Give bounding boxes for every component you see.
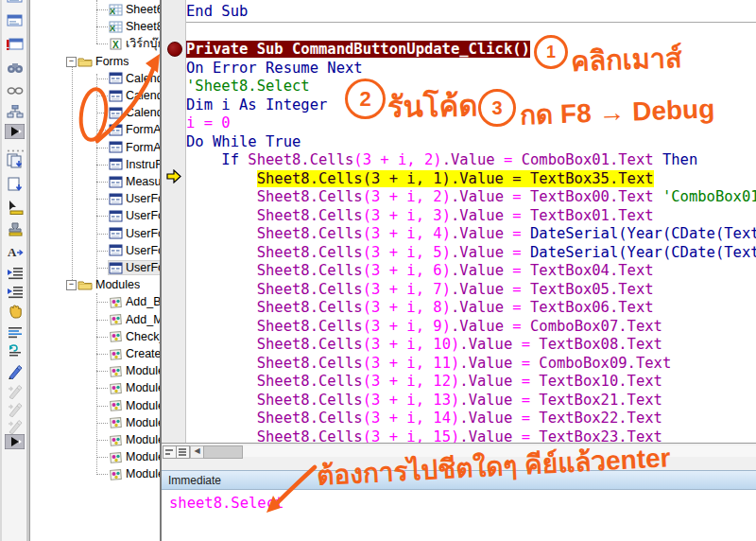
tree-item-instruforr[interactable]: InstruForr: [109, 156, 162, 173]
view-glasses-icon[interactable]: [4, 81, 26, 98]
module-icon: [109, 330, 123, 342]
collapse-panel-arrow-button[interactable]: [4, 123, 26, 140]
tree-item-userform[interactable]: UserForm: [109, 190, 162, 207]
outdent-tool-icon[interactable]: [4, 284, 26, 301]
margin-indicator-bar[interactable]: [162, 0, 186, 443]
module-icon: [109, 365, 123, 377]
hierarchy-icon[interactable]: [4, 103, 26, 120]
tree-item-label: ModuleRe: [126, 433, 162, 446]
tree-item-formaddc[interactable]: FormAddc: [109, 139, 162, 156]
tree-item-modulesh[interactable]: ModuleSh: [109, 448, 162, 465]
tree-expander-modules[interactable]: −: [66, 280, 77, 290]
tree-item-label: UserForm: [126, 244, 162, 257]
tree-item-userform[interactable]: UserForm: [109, 207, 162, 224]
tree-item-modulepro[interactable]: ModulePro: [109, 414, 162, 431]
form-icon: [109, 262, 123, 274]
tree-item-label: Create_Ta: [126, 347, 162, 360]
tree-expander-forms[interactable]: −: [66, 57, 77, 67]
tree-item-[interactable]: Xเวิร์กบุ๊กนี้: [109, 35, 162, 52]
tree-item-sheet8c[interactable]: XSheet8 (c: [109, 18, 162, 35]
indent-tool-icon[interactable]: [4, 265, 26, 282]
tree-item-sheet6in[interactable]: XSheet6 (in: [109, 1, 162, 18]
pen-tool-disabled-icon[interactable]: [4, 383, 26, 400]
hand-tool-icon[interactable]: [4, 303, 26, 320]
tree-connector-line: [96, 0, 97, 44]
full-module-view-button[interactable]: [176, 445, 190, 459]
tree-connector-stub: [96, 165, 108, 166]
tree-item-userform[interactable]: UserForm: [109, 225, 162, 242]
scroll-left-arrow[interactable]: ◀: [190, 445, 204, 459]
form-icon: [109, 176, 123, 188]
copy-pages-icon[interactable]: [4, 152, 26, 169]
collapse-panel-arrow-button-2[interactable]: [4, 433, 26, 450]
tree-item-formaddc[interactable]: FormAddc: [109, 121, 162, 138]
form-window-partial-icon[interactable]: [4, 0, 26, 6]
svg-text:X: X: [110, 24, 115, 33]
code-line: Sheet8.Cells(3 + i, 5).Value = DateSeria…: [186, 244, 756, 263]
tree-connector-stub: [96, 457, 108, 458]
tree-item-forms[interactable]: Forms: [77, 53, 129, 70]
tree-connector-stub: [96, 354, 108, 355]
module-icon: [109, 348, 123, 360]
code-line: Sheet8.Cells(3 + i, 11).Value = ComboBox…: [186, 355, 756, 374]
tree-item-label: Calendarf: [126, 106, 162, 119]
tree-connector-stub: [96, 234, 108, 235]
step1-annotation-text: คลิกเมาส์: [570, 36, 682, 83]
font-tool-icon[interactable]: A: [4, 243, 26, 260]
align-lines-icon[interactable]: [4, 323, 26, 340]
tree-item-module1[interactable]: Module1: [109, 362, 162, 379]
svg-text:X: X: [110, 7, 115, 16]
tree-item-calendarf[interactable]: Calendarf: [109, 70, 162, 87]
tree-item-label: Sheet8 (c: [126, 20, 162, 33]
tree-connector-stub: [96, 113, 108, 113]
tree-item-label: UserForm: [126, 261, 162, 274]
tree-connector-stub: [96, 423, 108, 424]
undo-format-icon[interactable]: [4, 341, 26, 358]
tree-item-modulere[interactable]: ModuleRe: [109, 431, 162, 448]
stamp-icon[interactable]: [4, 220, 26, 237]
tree-connector-stub: [96, 371, 108, 372]
tree-item-label: Add_Butto: [126, 295, 162, 308]
step2-annotation-text: รันโค้ด: [387, 81, 478, 131]
tree-item-label: เวิร์กบุ๊กนี้: [126, 34, 162, 53]
tree-item-add_butto[interactable]: Add_Butto: [109, 293, 162, 310]
tree-item-calendarf[interactable]: Calendarf: [109, 87, 162, 104]
tree-connector-stub: [96, 440, 108, 441]
horizontal-scrollbar-thumb[interactable]: [203, 445, 243, 459]
tree-item-create_ta[interactable]: Create_Ta: [109, 345, 162, 362]
select-measure-icon[interactable]: [4, 199, 26, 216]
tree-item-module2[interactable]: Module2: [109, 379, 162, 396]
immediate-window[interactable]: sheet8.Select: [162, 491, 756, 541]
tree-item-label: Forms: [95, 55, 129, 68]
form-window-icon[interactable]: [4, 12, 26, 29]
pen-tool-icon[interactable]: [4, 363, 26, 380]
code-line-execution-point: Sheet8.Cells(3 + i, 1).Value = TextBox35…: [186, 170, 756, 189]
tree-item-moduleus[interactable]: ModuleUs: [109, 465, 162, 482]
export-page-icon[interactable]: [4, 176, 26, 193]
tree-item-label: UserForm: [126, 192, 162, 205]
tree-item-label: FormAddc: [126, 123, 162, 136]
code-line: Sheet8.Cells(3 + i, 6).Value = TextBox04…: [186, 262, 756, 281]
module-icon: [109, 434, 123, 446]
module-icon: [109, 399, 123, 411]
tree-item-userform[interactable]: UserForm: [109, 259, 162, 276]
tree-item-label: Modules: [95, 278, 140, 291]
tree-item-add_meas[interactable]: Add_Meas: [109, 311, 162, 328]
tree-connector-line: [96, 74, 97, 284]
search-binoculars-icon[interactable]: [4, 59, 26, 76]
tree-item-measurefo[interactable]: Measurefo: [109, 173, 162, 190]
module-icon: [109, 382, 123, 394]
project-explorer[interactable]: XSheet6 (inXSheet8 (cXเวิร์กบุ๊กนี้−Form…: [30, 0, 162, 541]
tree-item-check_sh[interactable]: Check_Sh: [109, 328, 162, 345]
tree-item-label: Check_Sh: [126, 330, 162, 343]
tree-item-calendarf[interactable]: Calendarf: [109, 104, 162, 121]
form-alert-icon[interactable]: [4, 36, 26, 53]
procedure-view-button[interactable]: [163, 445, 177, 459]
tree-item-modulehid[interactable]: ModuleHid: [109, 397, 162, 414]
tree-connector-stub: [96, 182, 108, 183]
tree-item-label: UserForm: [126, 209, 162, 222]
tree-item-modules[interactable]: Modules: [77, 276, 140, 293]
pen-tool-disabled-icon-2[interactable]: [4, 401, 26, 418]
form-icon: [109, 210, 123, 222]
tree-item-userform[interactable]: UserForm: [109, 242, 162, 259]
